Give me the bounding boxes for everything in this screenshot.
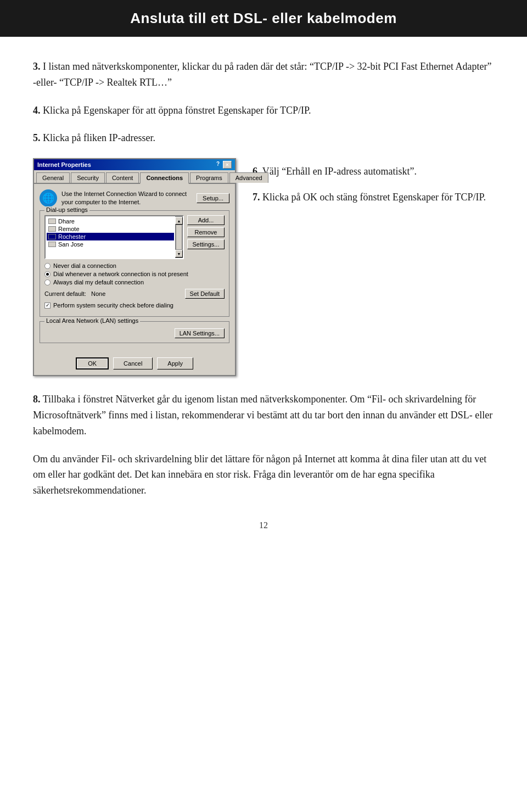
radio-never[interactable] — [44, 263, 51, 269]
page-header: Ansluta till ett DSL- eller kabelmodem — [0, 0, 527, 37]
radio-group: Never dial a connection Dial whenever a … — [44, 262, 225, 285]
cancel-button[interactable]: Cancel — [113, 357, 153, 369]
close-button[interactable]: × — [223, 161, 232, 169]
tab-connections[interactable]: Connections — [140, 172, 189, 184]
dialup-section: Dial-up settings Dhare — [40, 210, 229, 317]
dialog-body: 🌐 Use the Internet Connection Wizard to … — [34, 184, 235, 353]
tab-general[interactable]: General — [36, 172, 70, 183]
settings-button[interactable]: Settings... — [187, 239, 225, 249]
dialog-column: Internet Properties ? × General Security — [33, 158, 236, 376]
connection-icon — [48, 234, 56, 239]
step-3: 3. I listan med nätverkskomponenter, kli… — [33, 59, 494, 91]
listbox-container: Dhare Remote Rochester — [44, 215, 225, 259]
list-item[interactable]: San Jose — [47, 240, 174, 248]
lan-section-label: Local Area Network (LAN) settings — [44, 317, 140, 324]
scrollbar[interactable]: ▲ ▼ — [175, 216, 183, 258]
step-5: 5. Klicka på fliken IP-adresser. — [33, 130, 494, 146]
add-button[interactable]: Add... — [187, 215, 225, 225]
list-item[interactable]: Remote — [47, 225, 174, 233]
tab-content[interactable]: Content — [106, 172, 139, 183]
wizard-row: 🌐 Use the Internet Connection Wizard to … — [40, 189, 229, 207]
scroll-thumb[interactable] — [176, 225, 182, 250]
dialog-titlebar: Internet Properties ? × — [34, 159, 235, 170]
titlebar-buttons: ? × — [216, 161, 232, 169]
list-item-selected[interactable]: Rochester — [47, 233, 174, 240]
radio-row: Never dial a connection — [44, 262, 225, 269]
apply-button[interactable]: Apply — [157, 357, 193, 369]
radio-row: Always dial my default connection — [44, 279, 225, 285]
checkbox-row: Perform system security check before dia… — [44, 302, 225, 309]
step-8: 8. Tillbaka i fönstret Nätverket går du … — [33, 391, 494, 439]
connection-icon — [48, 226, 56, 232]
dialog-tabs: General Security Content Connections Pro… — [34, 170, 235, 184]
globe-icon: 🌐 — [40, 189, 57, 207]
right-column: 6. Välj “Erhåll en IP-adress automatiskt… — [253, 158, 494, 215]
lan-settings-button[interactable]: LAN Settings... — [175, 328, 225, 338]
internet-properties-dialog: Internet Properties ? × General Security — [33, 158, 236, 376]
tab-programs[interactable]: Programs — [190, 172, 228, 183]
dialup-section-label: Dial-up settings — [44, 206, 89, 213]
checkbox-label: Perform system security check before dia… — [53, 302, 173, 309]
main-content: 3. I listan med nätverkskomponenter, kli… — [0, 37, 527, 569]
connection-icon — [48, 219, 56, 224]
dialup-listbox[interactable]: Dhare Remote Rochester — [46, 216, 175, 259]
radio-always[interactable] — [44, 279, 51, 285]
scroll-up-arrow[interactable]: ▲ — [175, 217, 183, 225]
ok-button[interactable]: OK — [76, 357, 109, 369]
dialog-steps-row: Internet Properties ? × General Security — [33, 158, 494, 376]
dialog-title: Internet Properties — [37, 161, 91, 168]
set-default-button[interactable]: Set Default — [185, 289, 225, 299]
header-title: Ansluta till ett DSL- eller kabelmodem — [130, 10, 397, 26]
step-4: 4. Klicka på Egenskaper för att öppna fö… — [33, 103, 494, 119]
tab-advanced[interactable]: Advanced — [229, 172, 268, 183]
radio-dial-when[interactable] — [44, 271, 51, 277]
list-item[interactable]: Dhare — [47, 217, 174, 225]
help-icon: ? — [216, 161, 220, 169]
scroll-down-arrow[interactable]: ▼ — [175, 250, 183, 257]
dialog-footer: OK Cancel Apply — [34, 353, 235, 375]
connection-icon — [48, 242, 56, 247]
tab-security[interactable]: Security — [71, 172, 105, 183]
listbox-buttons: Add... Remove Settings... — [187, 215, 225, 249]
current-default-row: Current default: None Set Default — [44, 289, 225, 299]
wizard-text: Use the Internet Connection Wizard to co… — [61, 190, 192, 207]
security-check-checkbox[interactable] — [44, 303, 51, 309]
radio-row: Dial whenever a network connection is no… — [44, 271, 225, 277]
step-8-continued: Om du använder Fil- och skrivardelning b… — [33, 451, 494, 499]
page-number: 12 — [33, 520, 494, 547]
step-6: 6. Välj “Erhåll en IP-adress automatiskt… — [253, 164, 494, 180]
step-7: 7. Klicka på OK och stäng fönstret Egens… — [253, 189, 494, 205]
lan-section: Local Area Network (LAN) settings LAN Se… — [40, 321, 229, 343]
remove-button[interactable]: Remove — [187, 227, 225, 237]
setup-button[interactable]: Setup... — [197, 193, 229, 203]
